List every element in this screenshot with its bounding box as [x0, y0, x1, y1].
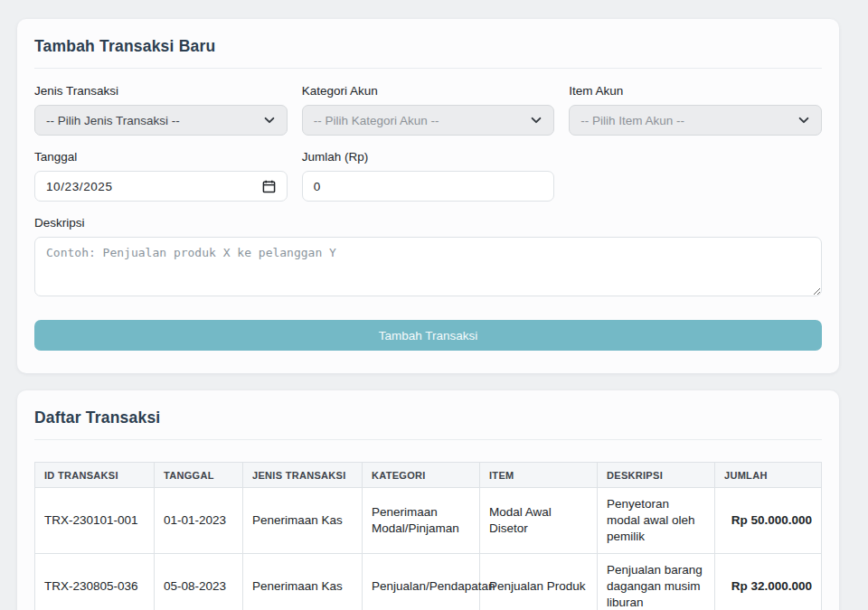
jumlah-label: Jumlah (Rp) — [302, 150, 555, 164]
jumlah-value: 0 — [314, 180, 321, 193]
cell-item: Penjualan Produk — [480, 554, 598, 610]
chevron-down-icon — [263, 114, 276, 127]
deskripsi-field: Deskripsi — [34, 216, 822, 300]
kategori-akun-field: Kategori Akun -- Pilih Kategori Akun -- — [302, 84, 555, 136]
item-akun-selected-value: -- Pilih Item Akun -- — [580, 114, 684, 127]
cell-jumlah: Rp 50.000.000 — [715, 488, 822, 554]
col-header-jumlah: Jumlah — [715, 463, 822, 488]
cell-deskripsi: Penyetoran modal awal oleh pemilik — [598, 488, 715, 554]
add-transaction-title: Tambah Transaksi Baru — [34, 37, 822, 56]
kategori-akun-selected-value: -- Pilih Kategori Akun -- — [314, 114, 439, 127]
chevron-down-icon — [797, 114, 810, 127]
cell-tanggal: 05-08-2023 — [155, 554, 243, 610]
deskripsi-label: Deskripsi — [34, 216, 822, 230]
tanggal-value: 10/23/2025 — [46, 180, 113, 193]
jumlah-input[interactable]: 0 — [302, 171, 555, 202]
cell-deskripsi: Penjualan barang dagangan musim liburan — [598, 554, 715, 610]
calendar-icon[interactable] — [262, 180, 276, 193]
item-akun-field: Item Akun -- Pilih Item Akun -- — [569, 84, 822, 136]
jenis-transaksi-select[interactable]: -- Pilih Jenis Transaksi -- — [34, 105, 288, 136]
col-header-jenis: Jenis Transaksi — [243, 463, 363, 488]
tanggal-label: Tanggal — [34, 150, 288, 164]
table-row: TRX-230805-036 05-08-2023 Penerimaan Kas… — [35, 554, 822, 610]
add-transaction-card: Tambah Transaksi Baru Jenis Transaksi --… — [17, 19, 839, 373]
kategori-akun-label: Kategori Akun — [302, 84, 555, 98]
deskripsi-textarea[interactable] — [34, 237, 822, 296]
col-header-deskripsi: Deskripsi — [598, 463, 715, 488]
cell-jumlah: Rp 32.000.000 — [715, 554, 822, 610]
cell-tanggal: 01-01-2023 — [155, 488, 243, 554]
col-header-item: Item — [480, 463, 598, 488]
tambah-transaksi-button[interactable]: Tambah Transaksi — [34, 320, 822, 351]
col-header-kategori: Kategori — [363, 463, 480, 488]
cell-item: Modal Awal Disetor — [480, 488, 598, 554]
cell-id: TRX-230101-001 — [35, 488, 155, 554]
spacer-cell — [569, 150, 822, 202]
col-header-id: ID Transaksi — [35, 463, 155, 488]
add-transaction-form: Jenis Transaksi -- Pilih Jenis Transaksi… — [34, 84, 822, 351]
cell-jenis: Penerimaan Kas — [243, 554, 363, 610]
divider — [34, 439, 822, 440]
tanggal-date-input[interactable]: 10/23/2025 — [34, 171, 288, 202]
item-akun-select[interactable]: -- Pilih Item Akun -- — [569, 105, 822, 136]
tanggal-field: Tanggal 10/23/2025 — [34, 150, 288, 202]
jenis-transaksi-field: Jenis Transaksi -- Pilih Jenis Transaksi… — [34, 84, 288, 136]
transactions-table-wrap: ID Transaksi Tanggal Jenis Transaksi Kat… — [34, 462, 822, 610]
kategori-akun-select[interactable]: -- Pilih Kategori Akun -- — [302, 105, 555, 136]
cell-kategori: Penerimaan Modal/Pinjaman — [363, 488, 480, 554]
cell-id: TRX-230805-036 — [35, 554, 155, 610]
item-akun-label: Item Akun — [569, 84, 822, 98]
jenis-transaksi-label: Jenis Transaksi — [34, 84, 288, 98]
jumlah-field: Jumlah (Rp) 0 — [302, 150, 555, 202]
transaction-list-card: Daftar Transaksi ID Transaksi Tanggal Je… — [17, 390, 839, 610]
jenis-transaksi-selected-value: -- Pilih Jenis Transaksi -- — [46, 114, 180, 127]
chevron-down-icon — [530, 114, 542, 127]
divider — [34, 68, 822, 69]
transaction-list-title: Daftar Transaksi — [34, 408, 822, 427]
table-row: TRX-230101-001 01-01-2023 Penerimaan Kas… — [35, 488, 822, 554]
col-header-tanggal: Tanggal — [155, 463, 243, 488]
transactions-table: ID Transaksi Tanggal Jenis Transaksi Kat… — [34, 462, 822, 610]
table-header-row: ID Transaksi Tanggal Jenis Transaksi Kat… — [35, 463, 822, 488]
cell-kategori: Penjualan/Pendapatan — [363, 554, 480, 610]
cell-jenis: Penerimaan Kas — [243, 488, 363, 554]
